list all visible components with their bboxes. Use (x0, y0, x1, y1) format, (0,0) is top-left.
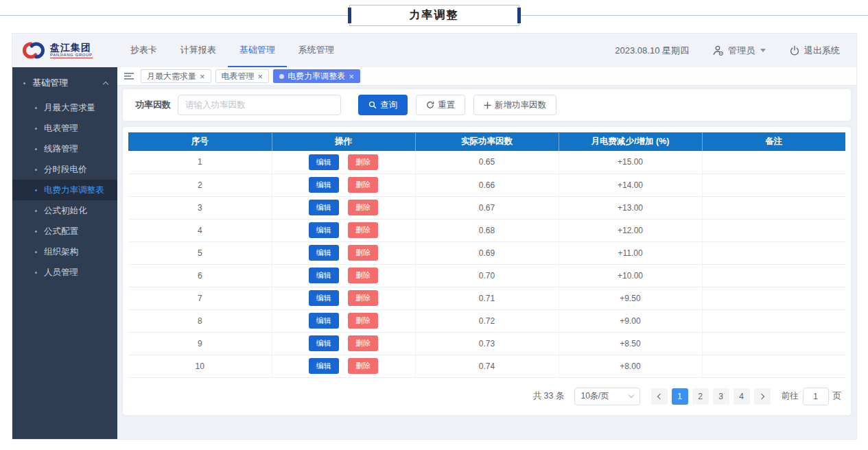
cell-fee-change: +9.00 (559, 309, 702, 332)
sidebar-item[interactable]: 线路管理 (12, 139, 117, 159)
page-number-button[interactable]: 4 (734, 388, 750, 405)
active-tab-dot-icon (279, 74, 284, 79)
delete-button[interactable]: 删除 (348, 177, 378, 193)
chevron-right-icon (758, 393, 764, 399)
pagination: 共 33 条 10条/页 1 2 (128, 388, 845, 405)
sidebar-group-basic-mgmt[interactable]: 基础管理 (12, 69, 117, 97)
tab-bar: 月最大需求量 × 电表管理 × 电费力率调整表 × (117, 67, 856, 86)
sidebar-item[interactable]: 组织架构 (12, 241, 117, 262)
edit-button[interactable]: 编辑 (309, 200, 339, 215)
sidebar-group-label: 基础管理 (32, 77, 68, 89)
sidebar-item-label: 人员管理 (44, 267, 78, 279)
cell-index: 9 (128, 332, 272, 355)
tab[interactable]: 月最大需求量 × (141, 69, 211, 83)
top-title-banner: 力率调整 (0, 0, 868, 33)
goto-page-input[interactable] (803, 388, 829, 405)
delete-button[interactable]: 删除 (348, 358, 378, 374)
cell-power-factor: 0.67 (415, 196, 559, 219)
edit-button[interactable]: 编辑 (309, 245, 339, 261)
tab-list-icon[interactable] (124, 73, 134, 80)
cell-fee-change: +8.50 (559, 332, 702, 355)
delete-button[interactable]: 删除 (348, 268, 378, 283)
user-menu[interactable]: 管理员 (712, 45, 766, 57)
edit-button[interactable]: 编辑 (309, 313, 339, 329)
power-factor-label: 功率因数 (135, 99, 171, 111)
page-title: 力率调整 (410, 8, 459, 23)
edit-button[interactable]: 编辑 (309, 290, 339, 306)
delete-button[interactable]: 删除 (348, 200, 378, 215)
edit-button[interactable]: 编辑 (309, 154, 339, 170)
user-name: 管理员 (728, 45, 755, 57)
sidebar-item[interactable]: 公式初始化 (12, 200, 117, 221)
tab-label: 电表管理 (222, 71, 255, 82)
cell-index: 4 (128, 219, 272, 241)
cell-actions: 编辑 删除 (272, 287, 415, 309)
sidebar-item[interactable]: 公式配置 (12, 221, 117, 241)
cell-note (702, 332, 845, 355)
sidebar-item[interactable]: 分时段电价 (12, 159, 117, 180)
header-right: 2023.08.10 星期四 管理员 退出系统 (615, 45, 840, 57)
table-header-cell: 备注 (702, 132, 845, 151)
nav-item[interactable]: 计算报表 (169, 34, 228, 67)
tab-close-icon[interactable]: × (349, 72, 354, 81)
table-row: 6 编辑 删除 0.70 +10.00 (128, 264, 845, 287)
sidebar-item-label: 公式配置 (44, 226, 78, 237)
page-size-select[interactable]: 10条/页 (574, 388, 640, 405)
sidebar-item[interactable]: 月最大需求量 (12, 97, 117, 118)
edit-button[interactable]: 编辑 (309, 222, 339, 238)
cell-power-factor: 0.69 (415, 241, 559, 264)
logout-button[interactable]: 退出系统 (789, 45, 840, 57)
sidebar-item[interactable]: 电表管理 (12, 118, 117, 139)
delete-button[interactable]: 删除 (348, 154, 378, 170)
cell-note (702, 219, 845, 241)
sidebar-item[interactable]: 电费力率调整表 (12, 180, 117, 200)
tab[interactable]: 电费力率调整表 × (273, 69, 360, 83)
page-number-button[interactable]: 2 (692, 388, 709, 405)
delete-button[interactable]: 删除 (348, 335, 378, 351)
power-icon (789, 45, 800, 56)
reset-button[interactable]: 重置 (416, 95, 465, 115)
cell-fee-change: +14.00 (559, 174, 702, 196)
delete-button[interactable]: 删除 (348, 245, 378, 261)
edit-button[interactable]: 编辑 (309, 358, 339, 374)
cell-note (702, 174, 845, 196)
tab-close-icon[interactable]: × (200, 72, 205, 81)
cell-note (702, 196, 845, 219)
table-header-cell: 实际功率因数 (415, 132, 559, 151)
delete-button[interactable]: 删除 (348, 290, 378, 306)
user-icon (712, 45, 724, 56)
table-header-row: 序号 操作 实际功率因数 月电费减少/增加 (%) 备注 (128, 132, 845, 151)
prev-page-button[interactable] (651, 388, 668, 405)
nav-item[interactable]: 基础管理 (228, 34, 287, 67)
data-table-panel: 序号 操作 实际功率因数 月电费减少/增加 (%) 备注 (123, 127, 851, 415)
tab[interactable]: 电表管理 × (215, 69, 270, 83)
nav-item[interactable]: 系统管理 (287, 34, 346, 67)
refresh-icon (426, 101, 434, 109)
cell-fee-change: +8.00 (559, 355, 702, 377)
logo: 盘江集团 PANJIANG GROUP (22, 41, 93, 60)
next-page-button[interactable] (754, 388, 771, 405)
cell-note (702, 241, 845, 264)
page-number-button[interactable]: 1 (672, 388, 688, 405)
add-power-factor-button[interactable]: 新增功率因数 (473, 95, 556, 115)
edit-button[interactable]: 编辑 (309, 335, 339, 351)
bullet-dot-icon (35, 251, 37, 253)
nav-item[interactable]: 抄表卡 (119, 34, 169, 67)
tab-close-icon[interactable]: × (258, 72, 263, 81)
table-row: 5 编辑 删除 0.69 +11.00 (128, 241, 845, 264)
sidebar-item-label: 分时段电价 (44, 164, 87, 176)
search-button[interactable]: 查询 (358, 95, 408, 115)
edit-button[interactable]: 编辑 (309, 177, 339, 193)
page-number-button[interactable]: 3 (713, 388, 729, 405)
delete-button[interactable]: 删除 (348, 222, 378, 238)
cell-power-factor: 0.73 (415, 332, 559, 355)
power-factor-input[interactable] (178, 95, 341, 115)
app-header: 盘江集团 PANJIANG GROUP 抄表卡 计算报表 基础管理 系统管理 2… (12, 34, 856, 67)
edit-button[interactable]: 编辑 (309, 268, 339, 283)
add-button-label: 新增功率因数 (495, 99, 546, 111)
delete-button[interactable]: 删除 (348, 313, 378, 329)
sidebar-item[interactable]: 人员管理 (12, 262, 117, 283)
cell-index: 3 (128, 196, 272, 219)
chevron-down-icon (628, 392, 633, 398)
goto-label: 前往 (782, 390, 799, 402)
